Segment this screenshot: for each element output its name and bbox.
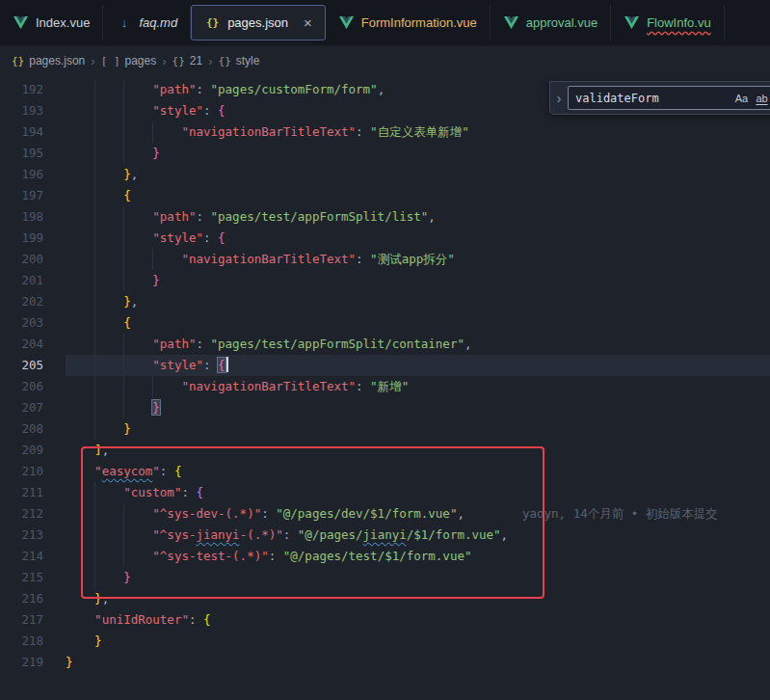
toggle-replace-chevron-icon[interactable]: › [550, 91, 568, 106]
tab-approval-vue[interactable]: approval.vue [491, 5, 611, 40]
match-case-icon[interactable]: Aa [732, 89, 751, 107]
whole-word-icon[interactable]: ab [753, 89, 770, 107]
code-token: , [102, 443, 110, 457]
indent-guide [94, 525, 95, 546]
code-token: "测试app拆分" [370, 252, 455, 266]
code-line-219[interactable]: 219} [0, 652, 770, 673]
code-token: " [94, 464, 102, 478]
line-number[interactable]: 213 [0, 525, 43, 546]
code-token [66, 230, 152, 245]
code-token: "navigationBarTitleText" [181, 252, 356, 266]
indent-guide [94, 334, 95, 355]
code-line-212[interactable]: 212 "^sys-dev-(.*)": "@/pages/dev/$1/for… [0, 503, 770, 525]
line-number[interactable]: 194 [0, 121, 43, 143]
line-number[interactable]: 211 [0, 482, 43, 503]
line-number[interactable]: 195 [0, 143, 43, 164]
tab-faq-md[interactable]: ↓faq.md [103, 5, 191, 40]
line-number[interactable]: 208 [0, 418, 43, 440]
code-line-200[interactable]: 200 "navigationBarTitleText": "测试app拆分" [0, 249, 770, 270]
code-line-208[interactable]: 208 } [0, 418, 770, 440]
code-line-209[interactable]: 209 ], [0, 440, 770, 461]
code-token: , [501, 527, 509, 542]
find-options: Aa ab .* [732, 89, 770, 107]
code-token: , [102, 591, 110, 606]
code-token: ] [94, 443, 102, 457]
code-line-205[interactable]: 205 "style": { [0, 355, 770, 376]
code-line-197[interactable]: 197 { [0, 185, 770, 206]
line-number[interactable]: 200 [0, 249, 43, 270]
line-number[interactable]: 218 [0, 631, 43, 652]
line-number[interactable]: 210 [0, 461, 43, 482]
code-line-207[interactable]: 207 } [0, 397, 770, 418]
editor[interactable]: 192 "path": "pages/customForm/form",193 … [0, 75, 770, 700]
code-line-218[interactable]: 218 } [0, 631, 770, 652]
code-line-199[interactable]: 199 "style": { [0, 228, 770, 249]
line-number[interactable]: 201 [0, 270, 43, 291]
find-input[interactable]: validateForm Aa ab .* [568, 86, 770, 110]
code-token: "@/pages/test/$1/form.vue" [283, 549, 472, 563]
code-token [66, 400, 152, 415]
line-number[interactable]: 217 [0, 609, 43, 631]
code-token: } [123, 421, 131, 436]
line-number[interactable]: 193 [0, 100, 43, 121]
line-number[interactable]: 202 [0, 291, 43, 312]
code-token: , [457, 506, 465, 521]
code-line-204[interactable]: 204 "path": "pages/test/appFormSplit/con… [0, 334, 770, 355]
line-number[interactable]: 214 [0, 546, 43, 567]
code-token: "path" [152, 82, 196, 96]
find-widget[interactable]: › validateForm Aa ab .* [549, 81, 770, 115]
code-line-196[interactable]: 196 }, [0, 164, 770, 185]
code-token: : [181, 485, 196, 499]
indent-guide [94, 567, 95, 588]
breadcrumb-item-21[interactable]: {}21 [173, 54, 203, 67]
code-line-214[interactable]: 214 "^sys-test-(.*)": "@/pages/test/$1/f… [0, 546, 770, 567]
code-token [66, 146, 152, 160]
code-line-210[interactable]: 210 "easycom": { [0, 461, 770, 482]
tab-pages-json[interactable]: {}pages.json× [191, 5, 326, 40]
line-number[interactable]: 215 [0, 567, 43, 588]
line-number[interactable]: 212 [0, 503, 43, 525]
line-number[interactable]: 198 [0, 206, 43, 228]
breadcrumb-item-pages[interactable]: [ ]pages [101, 54, 157, 67]
tab-index-vue[interactable]: Index.vue [0, 5, 103, 40]
code-line-213[interactable]: 213 "^sys-jianyi-(.*)": "@/pages/jianyi/… [0, 525, 770, 546]
symbol-icon: {} [12, 55, 24, 67]
breadcrumb-item-pages-json[interactable]: {}pages.json [12, 54, 85, 67]
code-line-198[interactable]: 198 "path": "pages/test/appFormSplit/lis… [0, 206, 770, 228]
code-token: , [378, 82, 385, 96]
code-line-216[interactable]: 216 }, [0, 588, 770, 609]
code-line-203[interactable]: 203 { [0, 312, 770, 334]
indent-guide [123, 546, 124, 567]
code-line-201[interactable]: 201 } [0, 270, 770, 291]
tab-flowinfo-vu[interactable]: FlowInfo.vu [611, 5, 724, 40]
code-line-195[interactable]: 195 } [0, 143, 770, 164]
line-number[interactable]: 196 [0, 164, 43, 185]
line-number[interactable]: 205 [0, 355, 43, 376]
close-icon[interactable]: × [304, 15, 312, 30]
text-cursor [226, 357, 228, 372]
indent-guide [94, 418, 95, 440]
line-number[interactable]: 219 [0, 652, 43, 673]
code-line-215[interactable]: 215 } [0, 567, 770, 588]
line-number[interactable]: 192 [0, 79, 43, 100]
line-number[interactable]: 203 [0, 312, 43, 334]
breadcrumb-item-style[interactable]: {}style [219, 54, 260, 67]
line-number[interactable]: 204 [0, 334, 43, 355]
code-line-206[interactable]: 206 "navigationBarTitleText": "新增" [0, 376, 770, 397]
line-number[interactable]: 199 [0, 228, 43, 249]
code-token [66, 273, 152, 287]
indent-guide [94, 312, 95, 334]
code-line-202[interactable]: 202 }, [0, 291, 770, 312]
code-token: { [174, 464, 182, 478]
line-number[interactable]: 197 [0, 185, 43, 206]
line-number[interactable]: 206 [0, 376, 43, 397]
indent-guide [94, 291, 95, 312]
indent-guide [94, 121, 95, 143]
line-number[interactable]: 209 [0, 440, 43, 461]
line-number[interactable]: 216 [0, 588, 43, 609]
code-line-211[interactable]: 211 "custom": { [0, 482, 770, 503]
line-number[interactable]: 207 [0, 397, 43, 418]
tab-forminformation-vue[interactable]: FormInformation.vue [326, 5, 491, 40]
code-line-217[interactable]: 217 "uniIdRouter": { [0, 609, 770, 631]
code-line-194[interactable]: 194 "navigationBarTitleText": "自定义表单新增" [0, 121, 770, 143]
